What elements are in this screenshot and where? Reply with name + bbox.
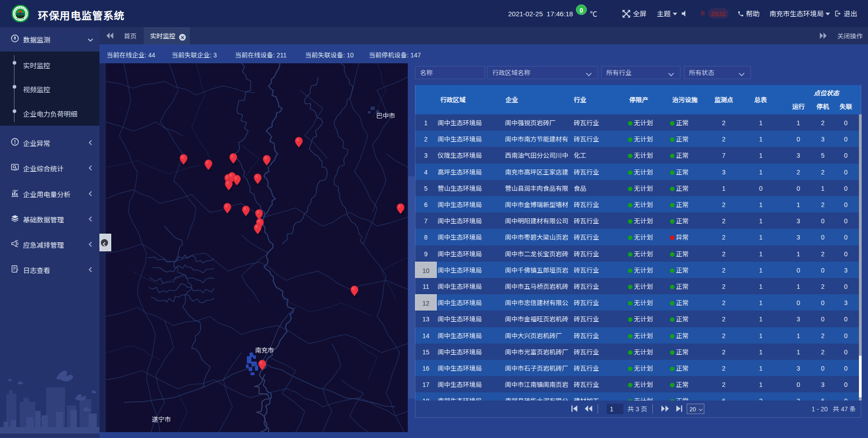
- svg-text:遂宁市: 遂宁市: [152, 414, 171, 424]
- svg-text:巴中市: 巴中市: [376, 111, 395, 120]
- svg-text:南充市: 南充市: [255, 345, 274, 354]
